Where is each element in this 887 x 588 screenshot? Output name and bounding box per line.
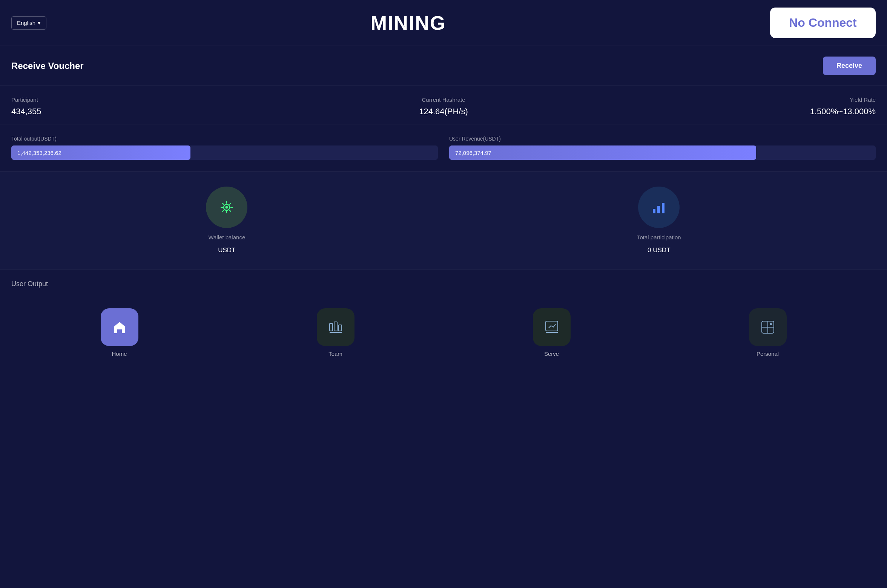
stats-row: Participant 434,355 Current Hashrate 124… xyxy=(0,86,887,124)
user-revenue-fill: 72,096,374.97 xyxy=(449,145,756,160)
nav-personal[interactable]: Personal xyxy=(749,308,787,357)
personal-icon xyxy=(760,319,776,335)
svg-line-5 xyxy=(223,203,224,205)
yield-label: Yield Rate xyxy=(588,96,876,103)
wallet-balance-item: Wallet balance USDT xyxy=(206,187,247,254)
user-output-title: User Output xyxy=(11,280,876,288)
wallet-balance-icon xyxy=(206,187,247,228)
serve-icon xyxy=(543,319,560,335)
yield-stat: Yield Rate 1.500%~13.000% xyxy=(588,96,876,116)
header: English ▾ MINING No Connect xyxy=(0,0,887,46)
nav-team[interactable]: Team xyxy=(317,308,354,357)
home-icon xyxy=(111,319,128,335)
total-output-value: 1,442,353,236.62 xyxy=(17,150,61,156)
personal-label: Personal xyxy=(757,351,779,357)
team-icon xyxy=(327,319,344,335)
user-revenue-bar: 72,096,374.97 xyxy=(449,145,876,160)
language-label: English xyxy=(17,20,35,26)
serve-label: Serve xyxy=(544,351,559,357)
progress-section: Total output(USDT) 1,442,353,236.62 User… xyxy=(0,124,887,172)
svg-rect-15 xyxy=(339,325,342,331)
progress-row: Total output(USDT) 1,442,353,236.62 User… xyxy=(11,136,876,160)
page-title: MINING xyxy=(46,12,770,34)
svg-point-22 xyxy=(770,323,772,325)
personal-icon-box xyxy=(749,308,787,346)
gear-icon xyxy=(218,199,235,216)
svg-line-6 xyxy=(230,210,231,211)
total-participation-value: 0 USDT xyxy=(648,247,670,254)
user-revenue-value: 72,096,374.97 xyxy=(455,150,491,156)
total-participation-item: Total participation 0 USDT xyxy=(637,187,681,254)
team-icon-box xyxy=(317,308,354,346)
nav-home[interactable]: Home xyxy=(101,308,138,357)
total-output-fill: 1,442,353,236.62 xyxy=(11,145,190,160)
svg-line-7 xyxy=(230,203,231,205)
svg-point-9 xyxy=(226,206,228,209)
wallet-section: Wallet balance USDT Total participation … xyxy=(0,172,887,270)
svg-rect-12 xyxy=(662,203,664,213)
user-revenue-label: User Revenue(USDT) xyxy=(449,136,876,142)
total-participation-label: Total participation xyxy=(637,234,681,240)
wallet-balance-value: USDT xyxy=(218,247,235,254)
hashrate-value: 124.64(PH/s) xyxy=(299,107,588,116)
voucher-section: Receive Voucher Receive xyxy=(0,46,887,86)
wallet-balance-label: Wallet balance xyxy=(208,234,245,240)
team-label: Team xyxy=(328,351,342,357)
serve-icon-box xyxy=(533,308,571,346)
hashrate-label: Current Hashrate xyxy=(299,96,588,103)
svg-rect-13 xyxy=(330,323,333,331)
svg-rect-11 xyxy=(657,206,660,213)
hashrate-stat: Current Hashrate 124.64(PH/s) xyxy=(299,96,588,116)
bar-chart-icon xyxy=(651,199,667,216)
participant-stat: Participant 434,355 xyxy=(11,96,299,116)
total-output-group: Total output(USDT) 1,442,353,236.62 xyxy=(11,136,438,160)
svg-rect-10 xyxy=(653,209,655,213)
user-output-section: User Output xyxy=(0,270,887,305)
svg-rect-14 xyxy=(334,322,337,331)
home-label: Home xyxy=(112,351,127,357)
bottom-nav: Home Team Serve xyxy=(0,305,887,368)
svg-line-8 xyxy=(223,210,224,211)
participant-label: Participant xyxy=(11,96,299,103)
nav-serve[interactable]: Serve xyxy=(533,308,571,357)
participant-value: 434,355 xyxy=(11,107,299,116)
language-selector[interactable]: English ▾ xyxy=(11,16,46,30)
total-output-label: Total output(USDT) xyxy=(11,136,438,142)
chevron-down-icon: ▾ xyxy=(38,20,41,26)
receive-button[interactable]: Receive xyxy=(823,57,876,75)
home-icon-box xyxy=(101,308,138,346)
no-connect-button[interactable]: No Connect xyxy=(770,8,876,38)
yield-value: 1.500%~13.000% xyxy=(588,107,876,116)
total-participation-icon xyxy=(638,187,680,228)
user-revenue-group: User Revenue(USDT) 72,096,374.97 xyxy=(449,136,876,160)
total-output-bar: 1,442,353,236.62 xyxy=(11,145,438,160)
voucher-title: Receive Voucher xyxy=(11,61,84,71)
